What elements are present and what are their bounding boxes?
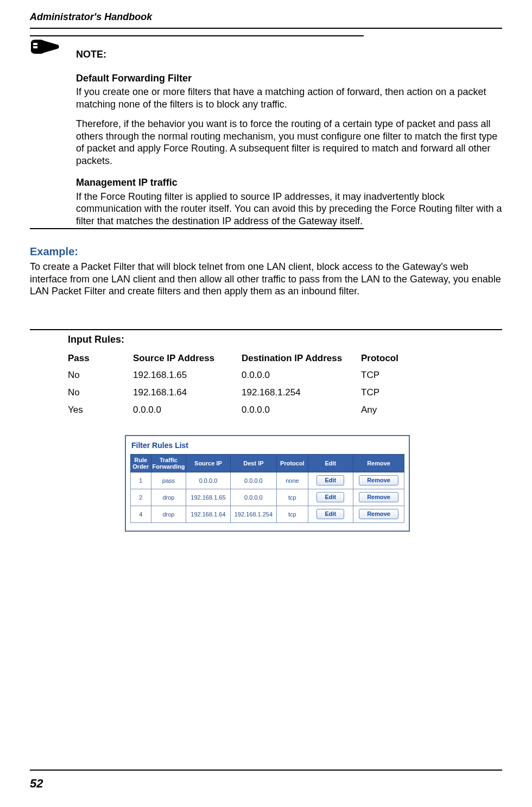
remove-button[interactable]: Remove (359, 475, 398, 486)
fr-cell: drop (151, 489, 186, 506)
input-rules-title: Input Rules: (68, 333, 532, 346)
edit-button[interactable]: Edit (316, 475, 344, 486)
header-rule (30, 28, 502, 29)
fr-cell-edit: Edit (308, 489, 353, 506)
pointing-hand-icon (30, 35, 62, 57)
ir-cell: 0.0.0.0 (133, 401, 242, 419)
filter-rules-panel: Filter Rules List Rule Order Traffic For… (125, 435, 410, 531)
footer-rule (30, 770, 502, 771)
fr-cell-remove: Remove (353, 472, 404, 489)
table-row: 2 drop 192.168.1.65 0.0.0.0 tcp Edit Rem… (131, 489, 404, 506)
remove-button[interactable]: Remove (359, 492, 398, 502)
remove-button[interactable]: Remove (359, 509, 398, 519)
table-row: Yes 0.0.0.0 0.0.0.0 Any (68, 401, 415, 419)
table-row: No 192.168.1.64 192.168.1.254 TCP (68, 384, 415, 401)
svg-rect-0 (33, 43, 37, 45)
fr-cell-remove: Remove (353, 506, 404, 522)
ir-head-src: Source IP Address (133, 350, 242, 367)
fr-cell: 192.168.1.254 (230, 506, 277, 522)
note-para-1: If you create one or more filters that h… (76, 86, 502, 110)
example-section: Example: To create a Packet Filter that … (30, 244, 502, 298)
fr-cell: 2 (131, 489, 151, 506)
ir-cell: 0.0.0.0 (242, 367, 361, 384)
input-rules-block: Input Rules: Pass Source IP Address Dest… (30, 329, 532, 419)
ir-cell: No (68, 384, 133, 401)
fr-cell: tcp (277, 489, 308, 506)
example-body: To create a Packet Filter that will bloc… (30, 261, 502, 298)
note-subhead-1: Default Forwarding Filter (76, 72, 502, 85)
fr-head-order: Rule Order (131, 454, 151, 472)
fr-cell: 192.168.1.65 (186, 489, 230, 506)
note-subhead-2: Management IP traffic (76, 176, 502, 189)
fr-cell-remove: Remove (353, 489, 404, 506)
ir-cell: 192.168.1.254 (242, 384, 361, 401)
ir-cell: 192.168.1.64 (133, 384, 242, 401)
table-row: No 192.168.1.65 0.0.0.0 TCP (68, 367, 415, 384)
ir-head-dst: Destination IP Address (242, 350, 361, 367)
svg-rect-1 (33, 46, 37, 48)
fr-head-dst: Dest IP (230, 454, 277, 472)
ir-cell: No (68, 367, 133, 384)
filter-rules-title: Filter Rules List (131, 440, 404, 450)
ir-cell: 0.0.0.0 (242, 401, 361, 419)
input-rules-rule (30, 329, 502, 330)
note-para-3: If the Force Routing filter is applied t… (76, 191, 502, 228)
page-header: Administrator's Handbook (0, 0, 532, 23)
fr-cell: 0.0.0.0 (186, 472, 230, 489)
fr-cell-edit: Edit (308, 472, 353, 489)
fr-head-remove: Remove (353, 454, 404, 472)
fr-head-fwd: Traffic Forwarding (151, 454, 186, 472)
fr-cell: pass (151, 472, 186, 489)
input-rules-table: Pass Source IP Address Destination IP Ad… (68, 350, 415, 419)
fr-head-prot: Protocol (277, 454, 308, 472)
fr-cell: 0.0.0.0 (230, 472, 277, 489)
filter-rules-table: Rule Order Traffic Forwarding Source IP … (130, 454, 404, 523)
fr-cell: 0.0.0.0 (230, 489, 277, 506)
edit-button[interactable]: Edit (316, 509, 344, 519)
ir-cell: TCP (361, 384, 415, 401)
page-number: 52 (30, 776, 43, 792)
ir-cell: 192.168.1.65 (133, 367, 242, 384)
note-rule-bottom (30, 228, 364, 229)
fr-cell-edit: Edit (308, 506, 353, 522)
note-block: NOTE: Default Forwarding Filter If you c… (30, 36, 502, 227)
ir-head-prot: Protocol (361, 350, 415, 367)
ir-cell: Any (361, 401, 415, 419)
note-label: NOTE: (76, 48, 502, 61)
example-title: Example: (30, 244, 502, 259)
ir-head-pass: Pass (68, 350, 133, 367)
ir-cell: TCP (361, 367, 415, 384)
note-para-2: Therefore, if the behavior you want is t… (76, 118, 502, 167)
edit-button[interactable]: Edit (316, 492, 344, 502)
fr-head-edit: Edit (308, 454, 353, 472)
fr-cell: none (277, 472, 308, 489)
fr-cell: 1 (131, 472, 151, 489)
fr-cell: 4 (131, 506, 151, 522)
fr-cell: 192.168.1.64 (186, 506, 230, 522)
ir-cell: Yes (68, 401, 133, 419)
fr-head-src: Source IP (186, 454, 230, 472)
table-row: 1 pass 0.0.0.0 0.0.0.0 none Edit Remove (131, 472, 404, 489)
fr-cell: drop (151, 506, 186, 522)
table-row: 4 drop 192.168.1.64 192.168.1.254 tcp Ed… (131, 506, 404, 522)
fr-cell: tcp (277, 506, 308, 522)
